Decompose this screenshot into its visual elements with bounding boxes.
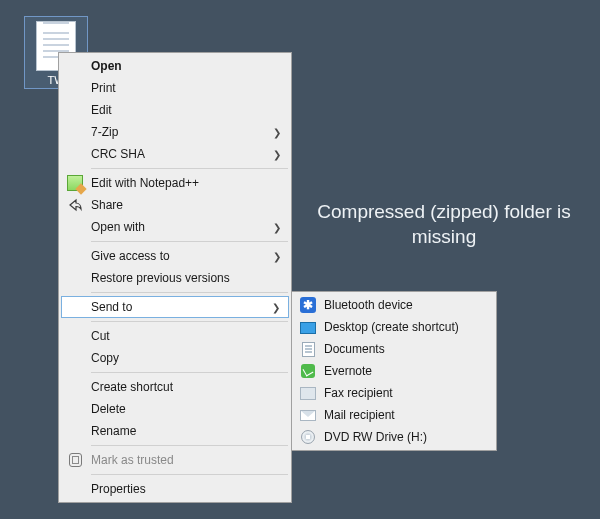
annotation-text: Compressed (zipped) folder is missing <box>314 200 574 249</box>
chevron-right-icon: ❯ <box>273 251 281 262</box>
menu-7zip[interactable]: 7-Zip❯ <box>61 121 289 143</box>
sendto-mail[interactable]: Mail recipient <box>294 404 494 426</box>
sendto-evernote[interactable]: Evernote <box>294 360 494 382</box>
menu-restore-versions[interactable]: Restore previous versions <box>61 267 289 289</box>
menu-share[interactable]: Share <box>61 194 289 216</box>
separator <box>91 241 288 242</box>
fax-icon <box>300 387 316 400</box>
share-icon <box>67 197 83 213</box>
menu-properties[interactable]: Properties <box>61 478 289 500</box>
chevron-right-icon: ❯ <box>273 222 281 233</box>
chevron-right-icon: ❯ <box>272 302 280 313</box>
menu-send-to[interactable]: Send to❯ <box>61 296 289 318</box>
dvd-drive-icon <box>301 430 315 444</box>
menu-open[interactable]: Open <box>61 55 289 77</box>
sendto-documents[interactable]: Documents <box>294 338 494 360</box>
sendto-submenu: ✱Bluetooth device Desktop (create shortc… <box>291 291 497 451</box>
menu-give-access[interactable]: Give access to❯ <box>61 245 289 267</box>
menu-copy[interactable]: Copy <box>61 347 289 369</box>
separator <box>91 474 288 475</box>
chevron-right-icon: ❯ <box>273 149 281 160</box>
menu-edit[interactable]: Edit <box>61 99 289 121</box>
menu-rename[interactable]: Rename <box>61 420 289 442</box>
evernote-icon <box>301 364 315 378</box>
sendto-fax[interactable]: Fax recipient <box>294 382 494 404</box>
desktop-icon <box>300 322 316 334</box>
separator <box>91 292 288 293</box>
menu-open-with[interactable]: Open with❯ <box>61 216 289 238</box>
menu-mark-trusted: Mark as trusted <box>61 449 289 471</box>
menu-create-shortcut[interactable]: Create shortcut <box>61 376 289 398</box>
shield-icon <box>69 453 82 467</box>
menu-crc-sha[interactable]: CRC SHA❯ <box>61 143 289 165</box>
separator <box>91 321 288 322</box>
sendto-desktop[interactable]: Desktop (create shortcut) <box>294 316 494 338</box>
sendto-dvd[interactable]: DVD RW Drive (H:) <box>294 426 494 448</box>
separator <box>91 372 288 373</box>
mail-icon <box>300 410 316 421</box>
menu-cut[interactable]: Cut <box>61 325 289 347</box>
bluetooth-icon: ✱ <box>300 297 316 313</box>
separator <box>91 445 288 446</box>
menu-print[interactable]: Print <box>61 77 289 99</box>
menu-notepadpp[interactable]: Edit with Notepad++ <box>61 172 289 194</box>
sendto-bluetooth[interactable]: ✱Bluetooth device <box>294 294 494 316</box>
menu-delete[interactable]: Delete <box>61 398 289 420</box>
context-menu: Open Print Edit 7-Zip❯ CRC SHA❯ Edit wit… <box>58 52 292 503</box>
notepadpp-icon <box>67 175 83 191</box>
documents-icon <box>302 342 315 357</box>
chevron-right-icon: ❯ <box>273 127 281 138</box>
separator <box>91 168 288 169</box>
